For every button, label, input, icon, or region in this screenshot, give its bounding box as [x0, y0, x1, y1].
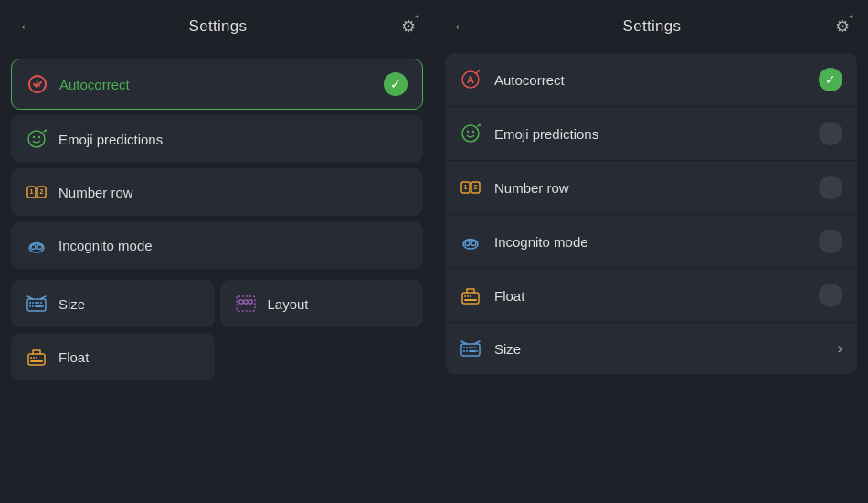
autocorrect-label: Autocorrect — [59, 77, 373, 92]
left-gear-button[interactable]: ⚙+ — [401, 16, 416, 37]
right-incognito-icon — [460, 230, 482, 252]
right-size-chevron-icon: › — [838, 340, 842, 357]
right-size-label: Size — [494, 341, 825, 357]
left-float-item[interactable]: Float — [11, 333, 215, 380]
svg-text:1: 1 — [464, 184, 468, 190]
right-number-row-icon: 1 2 — [460, 177, 482, 198]
right-float-item[interactable]: Float — [445, 269, 857, 323]
right-autocorrect-item[interactable]: A Autocorrect ✓ — [445, 53, 857, 107]
left-number-row-item[interactable]: 1 2 Number row — [11, 168, 423, 216]
svg-point-3 — [38, 136, 40, 138]
number-row-label: Number row — [58, 185, 408, 200]
svg-text:A: A — [35, 80, 41, 89]
right-incognito-item[interactable]: Incognito mode — [445, 215, 857, 269]
svg-point-10 — [31, 245, 36, 250]
emoji-icon — [26, 128, 48, 150]
svg-rect-24 — [244, 300, 248, 304]
right-size-item[interactable]: Size › — [445, 323, 857, 374]
right-autocorrect-icon: A — [460, 69, 482, 91]
svg-text:1: 1 — [30, 188, 34, 195]
right-panel: ← Settings ⚙+ A Autocorrect ✓ — [434, 0, 868, 503]
right-emoji-label: Emoji predictions — [494, 126, 806, 142]
right-number-row-toggle[interactable] — [819, 176, 842, 199]
svg-point-43 — [471, 241, 476, 246]
svg-point-35 — [472, 131, 474, 133]
right-items-container: A Autocorrect ✓ Emoji predictions 1 — [434, 53, 868, 374]
right-emoji-toggle[interactable] — [819, 122, 842, 145]
right-float-toggle[interactable] — [819, 284, 842, 307]
right-number-row-item[interactable]: 1 2 Number row — [445, 161, 857, 215]
left-items-list: A Autocorrect ✓ Emoji predictions 1 — [0, 53, 434, 274]
right-emoji-item[interactable]: Emoji predictions — [445, 107, 857, 161]
right-incognito-label: Incognito mode — [494, 234, 806, 250]
svg-point-42 — [465, 241, 470, 246]
right-float-icon — [460, 284, 482, 306]
left-back-button[interactable]: ← — [18, 17, 35, 37]
svg-point-11 — [37, 245, 42, 250]
svg-point-4 — [45, 130, 47, 132]
svg-rect-25 — [249, 300, 252, 304]
svg-point-2 — [33, 136, 35, 138]
right-gear-button[interactable]: ⚙+ — [835, 16, 850, 37]
right-header: ← Settings ⚙+ — [434, 0, 868, 53]
emoji-label: Emoji predictions — [58, 132, 408, 147]
incognito-icon — [26, 234, 48, 256]
right-title: Settings — [623, 17, 682, 36]
left-incognito-item[interactable]: Incognito mode — [11, 221, 423, 269]
right-incognito-toggle[interactable] — [819, 230, 842, 253]
autocorrect-toggle[interactable]: ✓ — [384, 72, 408, 96]
left-layout-item[interactable]: Layout — [220, 280, 424, 327]
svg-text:A: A — [467, 74, 474, 85]
left-float-row: Float — [0, 333, 434, 380]
right-emoji-icon — [460, 123, 482, 144]
svg-point-33 — [462, 125, 479, 142]
float-label: Float — [58, 349, 200, 365]
right-autocorrect-toggle[interactable]: ✓ — [819, 68, 842, 91]
right-number-row-label: Number row — [494, 180, 806, 196]
size-keyboard-icon — [26, 293, 48, 315]
float-icon — [26, 346, 48, 368]
svg-rect-12 — [27, 299, 46, 311]
svg-point-1 — [28, 131, 45, 147]
layout-label: Layout — [268, 296, 409, 312]
right-size-icon — [460, 337, 482, 359]
svg-rect-23 — [239, 300, 243, 304]
left-size-layout-row: Size Layout — [0, 280, 434, 327]
svg-rect-26 — [28, 354, 45, 365]
right-back-button[interactable]: ← — [452, 17, 469, 37]
svg-rect-49 — [461, 344, 480, 356]
number-row-icon: 1 2 — [26, 181, 48, 203]
svg-rect-44 — [462, 293, 479, 304]
right-autocorrect-label: Autocorrect — [494, 72, 806, 88]
left-title: Settings — [189, 17, 248, 36]
layout-icon — [235, 293, 257, 315]
left-size-item[interactable]: Size — [11, 280, 215, 327]
autocorrect-icon: A — [26, 73, 48, 95]
right-float-label: Float — [494, 288, 806, 304]
left-header: ← Settings ⚙+ — [0, 0, 434, 53]
incognito-label: Incognito mode — [58, 238, 408, 253]
left-emoji-item[interactable]: Emoji predictions — [11, 115, 423, 163]
left-autocorrect-item[interactable]: A Autocorrect ✓ — [11, 59, 423, 110]
svg-text:2: 2 — [474, 184, 478, 190]
svg-text:2: 2 — [40, 188, 44, 195]
size-label: Size — [58, 296, 200, 312]
svg-point-36 — [479, 124, 481, 126]
svg-point-34 — [467, 131, 469, 133]
left-panel: ← Settings ⚙+ A Autocorrect ✓ — [0, 0, 434, 503]
